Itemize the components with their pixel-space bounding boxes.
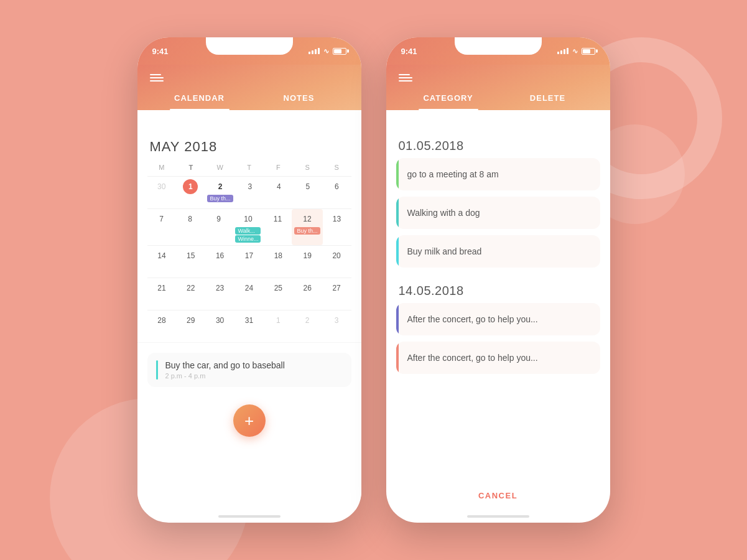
add-button[interactable]: +	[233, 404, 266, 437]
phone-header-left: CALENDAR NOTES	[137, 65, 361, 129]
note-card-accent	[156, 360, 158, 380]
note-text: Buy milk and bread	[399, 239, 600, 264]
notes-list-1: go to a meeting at 8 am Walking with a d…	[386, 158, 610, 274]
tab-category[interactable]: CATEGORY	[399, 87, 498, 110]
cal-cell[interactable]: 11	[263, 209, 292, 245]
battery-icon-right	[582, 48, 595, 55]
home-bar-left	[218, 515, 281, 518]
cal-cell[interactable]: 26	[293, 278, 322, 310]
cal-event: Winne...	[235, 235, 261, 243]
cal-cell[interactable]: 31	[234, 310, 264, 342]
cal-cell[interactable]: 14	[147, 246, 177, 278]
cal-event: Walk...	[235, 227, 261, 235]
note-card-title: Buy the car, and go to baseball	[165, 360, 343, 370]
cal-cell[interactable]: 13	[323, 209, 351, 245]
note-text: go to a meeting at 8 am	[399, 162, 600, 187]
cal-cell[interactable]: 28	[147, 310, 177, 342]
fab-container: +	[137, 397, 361, 447]
cal-cell[interactable]: 16	[205, 246, 234, 278]
day-sun: S	[322, 161, 351, 174]
hamburger-menu-right[interactable]	[386, 65, 610, 87]
status-time-right: 9:41	[401, 47, 417, 56]
signal-icon-left	[309, 48, 320, 54]
notes-date-2: 14.05.2018	[399, 284, 598, 298]
cal-cell[interactable]: 15	[176, 246, 205, 278]
cal-cell[interactable]: 19	[293, 246, 322, 278]
tab-delete[interactable]: DELETE	[498, 87, 598, 110]
cal-cell[interactable]: 27	[322, 278, 351, 310]
cal-cell[interactable]: 24	[234, 278, 264, 310]
phones-container: 9:41 ∿ CALENDAR	[137, 37, 610, 523]
cal-week-3: 14 15 16 17 18 19 20	[147, 245, 351, 278]
header-wave-right	[386, 110, 610, 129]
cal-cell[interactable]: 18	[264, 246, 293, 278]
notes-date-section-1: 01.05.2018	[386, 129, 610, 158]
cal-cell[interactable]: 30	[205, 310, 234, 342]
status-icons-left: ∿	[309, 47, 346, 55]
cal-cell[interactable]: 10 Walk... Winne...	[233, 209, 263, 245]
cal-cell[interactable]: 1	[264, 310, 293, 342]
note-item[interactable]: Walking with a dog	[396, 197, 600, 229]
note-item[interactable]: go to a meeting at 8 am	[396, 158, 600, 190]
cal-cell[interactable]: 9	[204, 209, 233, 245]
note-text: After the concert, go to help you...	[399, 345, 600, 370]
note-text: After the concert, go to help you...	[399, 307, 600, 332]
home-indicator-right	[386, 510, 610, 523]
cal-week-5: 28 29 30 31 1 2 3	[147, 310, 351, 342]
note-card[interactable]: Buy the car, and go to baseball 2 p.m - …	[147, 353, 351, 387]
cal-cell[interactable]: 3	[236, 177, 265, 208]
cal-week-4: 21 22 23 24 25 26 27	[147, 278, 351, 310]
cal-cell[interactable]: 2 Buy th...	[205, 177, 235, 208]
cal-event: Buy th...	[207, 195, 233, 202]
tab-notes[interactable]: NOTES	[249, 87, 349, 110]
cal-cell[interactable]: 3	[322, 310, 351, 342]
tab-bar-right: CATEGORY DELETE	[386, 87, 610, 110]
note-item[interactable]: After the concert, go to help you...	[396, 303, 600, 335]
hamburger-menu-left[interactable]	[137, 65, 361, 87]
home-indicator-left	[137, 510, 361, 523]
phone-body-left: MAY 2018 M T W T F S S 30 1 2	[137, 129, 361, 510]
status-icons-right: ∿	[557, 47, 595, 55]
tab-calendar[interactable]: CALENDAR	[150, 87, 249, 110]
cal-cell[interactable]: 30	[147, 177, 176, 208]
cal-cell[interactable]: 8	[175, 209, 204, 245]
cal-cell[interactable]: 20	[322, 246, 351, 278]
day-tue: T	[176, 161, 205, 174]
battery-icon-left	[333, 48, 346, 55]
cal-cell[interactable]: 17	[234, 246, 264, 278]
signal-icon-right	[557, 48, 568, 54]
tab-bar-left: CALENDAR NOTES	[137, 87, 361, 110]
notes-date-1: 01.05.2018	[399, 139, 598, 153]
cal-cell[interactable]: 5	[294, 177, 323, 208]
cal-cell[interactable]: 7	[147, 209, 176, 245]
note-item[interactable]: After the concert, go to help you...	[396, 342, 600, 374]
cal-cell[interactable]: 4	[264, 177, 293, 208]
note-card-section: Buy the car, and go to baseball 2 p.m - …	[137, 342, 361, 397]
cal-cell[interactable]: 1	[176, 177, 205, 208]
note-card-time: 2 p.m - 4 p.m	[165, 372, 343, 380]
cal-cell[interactable]: 22	[176, 278, 205, 310]
cal-cell[interactable]: 23	[205, 278, 234, 310]
cal-cell[interactable]: 2	[293, 310, 322, 342]
cal-cell[interactable]: 12 Buy th...	[292, 209, 322, 245]
cal-cell[interactable]: 25	[264, 278, 293, 310]
notes-phone-body: 01.05.2018 go to a meeting at 8 am Walki…	[386, 129, 610, 510]
cal-week-1: 30 1 2 Buy th... 3 4 5 6	[147, 176, 351, 208]
note-card-content: Buy the car, and go to baseball 2 p.m - …	[165, 360, 343, 380]
day-sat: S	[293, 161, 322, 174]
status-time-left: 9:41	[152, 47, 169, 56]
day-wed: W	[205, 161, 234, 174]
cal-cell[interactable]: 21	[147, 278, 177, 310]
calendar-grid: M T W T F S S 30 1 2 Buy th... 3	[137, 161, 361, 342]
wifi-icon-right: ∿	[572, 47, 578, 55]
phone-notch-left	[206, 37, 293, 55]
cancel-button[interactable]: CANCEL	[396, 491, 600, 500]
note-item[interactable]: Buy milk and bread	[396, 235, 600, 268]
calendar-month: MAY 2018	[137, 129, 361, 161]
day-mon: M	[147, 161, 177, 174]
wifi-icon-left: ∿	[323, 47, 329, 55]
cancel-section: CANCEL	[386, 481, 610, 510]
cal-cell[interactable]: 29	[176, 310, 205, 342]
calendar-header: M T W T F S S	[147, 161, 351, 174]
cal-cell[interactable]: 6	[322, 177, 351, 208]
